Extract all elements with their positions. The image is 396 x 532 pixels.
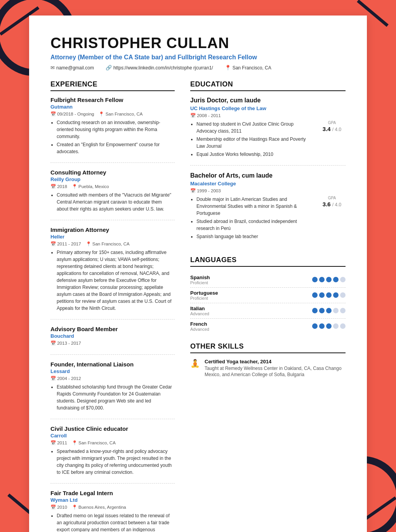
exp-bullets: Conducting research on an innovative, ow… [50,119,175,155]
edu-bullet: Equal Justice Works fellowship, 2010 [196,151,312,158]
edu-bullets: Double major in Latin American Studies a… [190,196,312,241]
edu-degree: Bachelor of Arts, cum laude [190,172,346,180]
other-skills-section-title: OTHER SKILLS [190,342,346,353]
lang-dot [326,323,332,329]
experience-item: Consulting Attorney Reilly Group 📅 2018📍… [50,169,175,220]
exp-title: Founder, International Liaison [50,361,175,368]
lang-name: French [190,321,209,327]
lang-dot [312,323,318,329]
resume-page: CHRISTOPHER CULLAN Attorney (Member of t… [29,16,367,532]
languages-list: Spanish Proficient Portuguese Proficient… [190,272,346,334]
lang-dot [312,292,318,298]
exp-location: 📍 Buenos Aires, Argentina [72,504,126,510]
lang-dot [319,277,325,282]
exp-company: Bouchard [50,333,175,339]
exp-date: 📅 09/2018 - Ongoing [50,111,94,117]
exp-location: 📍 San Francisco, CA [86,241,130,247]
skill-title: Certified Yoga teacher, 2014 [205,359,346,364]
main-content: EXPERIENCE Fulbright Research Fellow Gut… [50,80,346,532]
lang-dot [326,292,332,298]
education-item: Juris Doctor, cum laude UC Hastings Coll… [190,97,346,166]
lang-name-group: French Advanced [190,321,209,332]
exp-location: 📍 Puebla, Mexico [72,184,109,189]
contact-email: ✉ name@gmail.com [50,65,94,71]
exp-company: Reilly Group [50,176,175,182]
gpa-box: GPA 3.4 / 4.0 [318,121,346,132]
candidate-name: CHRISTOPHER CULLAN [50,35,346,52]
lang-dot [340,277,346,282]
experience-list: Fulbright Research Fellow Gutmann 📅 09/2… [50,97,175,532]
lang-dot [333,277,339,282]
education-list: Juris Doctor, cum laude UC Hastings Coll… [190,97,346,247]
exp-date: 📅 2004 - 2012 [50,376,81,381]
left-column: EXPERIENCE Fulbright Research Fellow Gut… [50,80,175,532]
lang-name: Spanish [190,275,210,280]
lang-level: Proficient [190,280,210,285]
exp-title: Civil Justice Clinic educator [50,425,175,432]
exp-title: Immigration Attorney [50,226,175,233]
lang-level: Advanced [190,327,209,332]
gpa-label: GPA [318,121,346,125]
exp-bullets: Established scholarship fund through the… [50,383,175,411]
exp-title: Advisory Board Member [50,326,175,332]
candidate-title: Attorney (Member of the CA State bar) an… [50,54,346,61]
skill-details: Certified Yoga teacher, 2014 Taught at R… [205,359,346,378]
exp-title: Fulbright Research Fellow [50,97,175,103]
edu-body: Double major in Latin American Studies a… [190,196,346,241]
edu-meta: 📅 1999 - 2003 [190,188,346,193]
edu-bullet: Studied abroad in Brazil, conducted inde… [196,218,312,232]
education-section-title: EDUCATION [190,80,346,91]
exp-meta: 📅 2011📍 San Francisco, CA [50,440,175,446]
lang-name: Italian [190,306,209,311]
exp-date: 📅 2011 [50,440,67,446]
edu-degree: Juris Doctor, cum laude [190,97,346,105]
exp-meta: 📅 2004 - 2012 [50,376,175,381]
edu-body: Named top student in Civil Justice Clini… [190,121,346,159]
exp-company: Gutmann [50,104,175,110]
lang-dot [312,277,318,282]
header: CHRISTOPHER CULLAN Attorney (Member of t… [50,35,346,71]
exp-bullet: Conducting research on an innovative, ow… [57,119,175,140]
lang-level: Proficient [190,296,218,301]
edu-bullets: Named top student in Civil Justice Clini… [190,121,312,159]
lang-name: Portuguese [190,290,218,296]
exp-bullet: Created an "English for Empowerment" cou… [57,141,175,155]
right-column: EDUCATION Juris Doctor, cum laude UC Has… [190,80,346,532]
exp-meta: 📅 2013 - 2017 [50,340,175,346]
lang-dots [312,277,346,282]
contact-location: 📍 San Francisco, CA [225,65,271,71]
education-item: Bachelor of Arts, cum laude Macalester C… [190,172,346,247]
edu-bullet: Membership editor of the Hastings Race a… [196,136,312,150]
contact-row: ✉ name@gmail.com 🔗 https://www.linkedin.… [50,65,346,71]
exp-bullets: Spearheaded a know-your-rights and polic… [50,448,175,476]
lang-dot [340,323,346,329]
experience-item: Fulbright Research Fellow Gutmann 📅 09/2… [50,97,175,163]
gpa-value: 3.4 / 4.0 [318,126,346,132]
lang-dot [333,323,339,329]
other-skills-section: OTHER SKILLS 🧘 Certified Yoga teacher, 2… [190,342,346,378]
lang-dots [312,292,346,298]
linkedin-icon: 🔗 [106,65,112,71]
exp-location: 📍 San Francisco, CA [72,440,116,446]
languages-section: LANGUAGES Spanish Proficient Portuguese … [190,256,346,334]
lang-name-group: Spanish Proficient [190,275,210,285]
gpa-value: 3.6 / 4.0 [318,201,346,207]
lang-dot [319,308,325,313]
exp-bullet: Consulted with members of the "Viacrucis… [57,192,175,212]
exp-date: 📅 2011 - 2017 [50,241,81,247]
skill-item: 🧘 Certified Yoga teacher, 2014 Taught at… [190,359,346,378]
experience-item: Fair Trade Legal Intern Wyman Ltd 📅 2010… [50,490,175,532]
exp-company: Lessard [50,368,175,374]
experience-section-title: EXPERIENCE [50,80,175,91]
experience-item: Founder, International Liaison Lessard 📅… [50,361,175,419]
lang-level: Advanced [190,311,209,316]
exp-bullet: Established scholarship fund through the… [57,383,175,411]
lang-dot [319,323,325,329]
exp-meta: 📅 2010📍 Buenos Aires, Argentina [50,504,175,510]
lang-dot [340,308,346,313]
gpa-label: GPA [318,196,346,200]
lang-dot [312,308,318,313]
lang-dot [333,292,339,298]
lang-dot [319,292,325,298]
exp-bullets: Primary attorney for 150+ cases, includi… [50,249,175,312]
